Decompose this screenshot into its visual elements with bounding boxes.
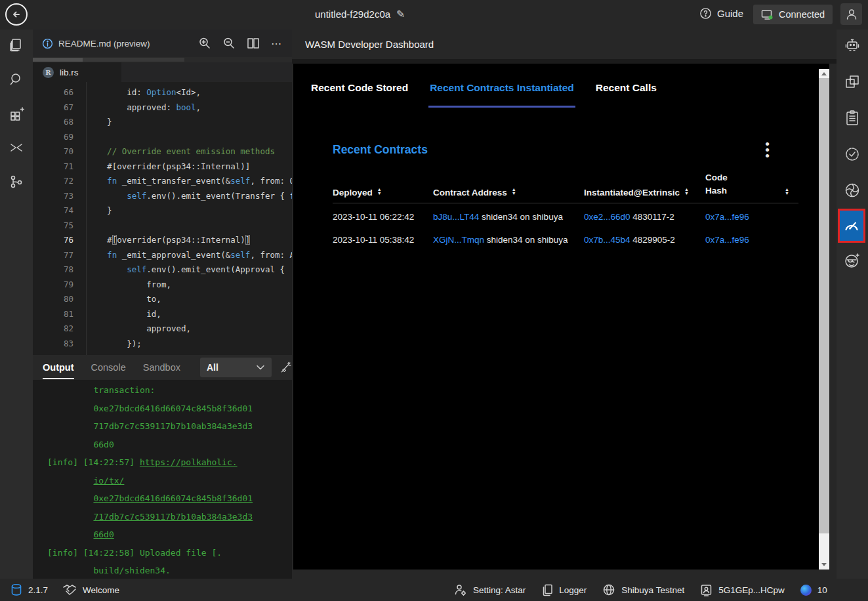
tab-sandbox[interactable]: Sandbox (143, 355, 180, 380)
text-segment: self (230, 176, 250, 186)
code-line: 69 (33, 130, 292, 145)
version-item[interactable]: 2.1.7 (10, 583, 48, 596)
output-link[interactable]: 66d0 (93, 529, 114, 539)
person-icon (845, 8, 858, 21)
header-code-hash[interactable]: Code Hash ▲▼ (705, 171, 798, 197)
text-segment: ] (245, 235, 251, 245)
contract-address-link[interactable]: bJ8u...LT44 (433, 212, 479, 222)
tab-recent-contracts-instantiated[interactable]: Recent Contracts Instantiated (428, 72, 575, 108)
extrinsic-rest: 4830117-2 (630, 212, 674, 222)
output-line: 717db7c7c539117b7b10ab384a3e3d3 (47, 417, 292, 436)
network-item[interactable]: Shibuya Testnet (602, 583, 684, 596)
text-segment: _emit_approval_event(& (117, 250, 230, 260)
text-segment: // Override event emission methods (87, 146, 275, 156)
welcome-item[interactable]: Welcome (62, 583, 119, 596)
fun-button[interactable] (842, 251, 862, 270)
code-text: approved, (87, 321, 191, 337)
output-filter-select[interactable]: All (200, 358, 272, 377)
back-button[interactable] (5, 3, 28, 26)
tab-console[interactable]: Console (91, 355, 126, 380)
account-item[interactable]: 5G1GEp...HCpw (700, 583, 785, 596)
contracts-button[interactable] (842, 72, 862, 92)
workspace-title: untitled-f29d2c0a ✎ (315, 8, 405, 20)
dashboard-button-active[interactable] (838, 209, 865, 243)
balance-item[interactable]: 10 (800, 585, 827, 596)
code-editor[interactable]: 66 id: Option<Id>,67 approved: bool,68 }… (33, 82, 292, 355)
code-line: 77 fn _emit_approval_event(&self, from: … (33, 248, 292, 263)
edit-title-icon[interactable]: ✎ (396, 8, 405, 20)
code-hash-link[interactable]: 0x7a...fe96 (705, 235, 749, 245)
account-button[interactable] (840, 3, 862, 25)
line-number: 81 (33, 307, 73, 322)
cell-extrinsic: 0xe2...66d0 4830117-2 (584, 210, 705, 224)
header-deployed[interactable]: Deployed ▲▼ (333, 188, 433, 197)
line-number: 78 (33, 262, 73, 278)
tab-recent-calls[interactable]: Recent Calls (594, 72, 658, 108)
editor-actions: ⋯ (198, 37, 283, 50)
files-button[interactable] (7, 36, 26, 54)
zoom-out-icon[interactable] (222, 37, 236, 50)
contracts-table: Deployed ▲▼ Contract Address ▲▼ Instanti… (333, 171, 798, 249)
tab-recent-code-stored[interactable]: Recent Code Stored (310, 72, 409, 108)
text-segment (87, 250, 107, 260)
line-number: 75 (33, 218, 73, 234)
question-icon (699, 7, 712, 20)
verify-button[interactable] (842, 144, 862, 164)
logger-label: Logger (559, 585, 587, 595)
code-line: 80 to, (33, 292, 292, 307)
extensions-button[interactable] (7, 104, 26, 123)
header-instantiated-extrinsic[interactable]: Instantiated@Extrinsic ▲▼ (584, 188, 705, 197)
code-text: }); (87, 337, 142, 352)
text-segment: self (230, 250, 250, 260)
assistant-button[interactable] (842, 36, 862, 56)
table-header-row: Deployed ▲▼ Contract Address ▲▼ Instanti… (333, 171, 798, 203)
version-label: 2.1.7 (28, 585, 48, 595)
text-segment: id: (87, 87, 146, 97)
output-link[interactable]: https://polkaholic. (140, 457, 238, 467)
output-link[interactable]: io/tx/ (93, 476, 124, 486)
logger-item[interactable]: Logger (541, 583, 587, 596)
kebab-menu-icon[interactable]: ••• (765, 141, 770, 159)
source-control-button[interactable] (7, 173, 26, 191)
more-actions-icon[interactable]: ⋯ (271, 37, 283, 50)
code-text: id, (87, 307, 161, 322)
extrinsic-link[interactable]: 0xe2...66d0 (584, 212, 630, 222)
collapse-button[interactable] (7, 138, 26, 157)
code-text: // Override event emission methods (87, 144, 275, 159)
scrollbar-thumb[interactable] (819, 78, 829, 533)
code-hash-link[interactable]: 0x7a...fe96 (705, 212, 749, 222)
statusbar: 2.1.7 Welcome Setting: Astar Logger (0, 579, 868, 601)
output-link[interactable]: 717db7c7c539117b7b10ab384a3e3d3 (93, 512, 253, 522)
guide-button[interactable]: Guide (699, 7, 743, 20)
cell-code-hash: 0x7a...fe96 (705, 210, 798, 224)
code-line: 79 from, (33, 278, 292, 293)
extrinsic-link[interactable]: 0x7b...45b4 (584, 235, 630, 245)
connected-label: Connected (779, 9, 825, 20)
dashboard-scrollbar[interactable] (819, 69, 829, 570)
contract-address-link[interactable]: XGjN...Tmqn (433, 235, 484, 245)
split-editor-icon[interactable] (247, 37, 260, 49)
code-line: 72 fn _emit_transfer_event(&self, from: … (33, 174, 292, 189)
ai-button[interactable] (842, 180, 862, 200)
header-contract-address[interactable]: Contract Address ▲▼ (433, 188, 584, 197)
tasks-button[interactable] (842, 108, 862, 128)
scroll-up-icon[interactable] (819, 69, 829, 79)
line-number: 72 (33, 174, 73, 189)
tab-output[interactable]: Output (43, 355, 74, 380)
table-row: 2023-10-11 05:38:42XGjN...Tmqn shiden34 … (333, 226, 798, 249)
output-line: transaction: (47, 381, 292, 400)
tab-librs[interactable]: R lib.rs (33, 62, 121, 82)
scroll-down-icon[interactable] (819, 560, 829, 570)
setting-item[interactable]: Setting: Astar (454, 583, 526, 596)
output-link[interactable]: 0xe27bdcd6416d66074c845b8f36d01 (93, 493, 253, 503)
zoom-in-icon[interactable] (198, 37, 211, 50)
panel-tabbar: Output Console Sandbox All (33, 355, 292, 380)
search-button[interactable] (7, 70, 26, 89)
text-segment: id, (87, 309, 161, 319)
code-text: id: Option<Id>, (87, 85, 201, 100)
output-line: io/tx/ (47, 472, 292, 490)
connected-button[interactable]: Connected (753, 5, 833, 24)
tab-readme-preview[interactable]: README.md (preview) (42, 38, 150, 49)
setting-label: Setting: Astar (473, 585, 526, 595)
clear-output-icon[interactable] (279, 360, 292, 375)
